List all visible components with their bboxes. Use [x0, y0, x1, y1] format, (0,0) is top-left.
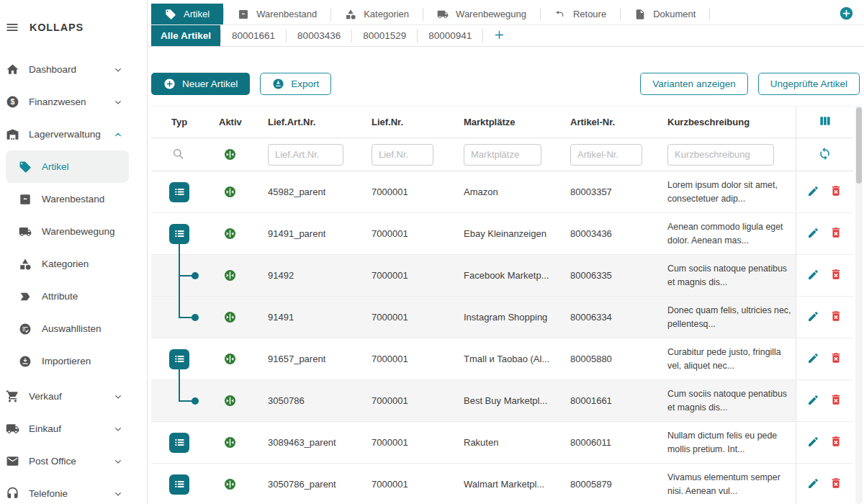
column-header-aktiv[interactable]: Aktiv — [209, 117, 253, 127]
sidebar-item-importieren[interactable]: Importieren — [0, 345, 147, 377]
parent-type-icon[interactable] — [169, 433, 189, 453]
sidebar: KOLLAPS Dashboard$FinanzwesenLagerverwal… — [0, 0, 148, 504]
edit-row-button[interactable] — [806, 434, 821, 451]
sidebar-item-finanzwesen[interactable]: $Finanzwesen — [0, 86, 147, 118]
download-circle-icon — [272, 78, 284, 90]
artikel-nr-cell: 80006335 — [556, 255, 653, 296]
importieren-icon — [18, 355, 32, 368]
artikel-nr-cell: 80006334 — [556, 297, 653, 338]
edit-row-button[interactable] — [806, 309, 821, 326]
refresh-button[interactable] — [816, 145, 833, 164]
column-header-typ[interactable]: Typ — [151, 117, 209, 127]
parent-type-icon[interactable] — [169, 182, 189, 202]
sidebar-item-label: Dashboard — [29, 64, 76, 75]
delete-row-button[interactable] — [828, 475, 844, 493]
export-button[interactable]: Export — [260, 73, 331, 95]
column-header-marktpl-tze[interactable]: Marktplätze — [449, 117, 556, 127]
subtab-80001661[interactable]: 80001661 — [221, 25, 286, 46]
search-icon — [171, 147, 185, 163]
telefonie-icon — [5, 487, 19, 500]
delete-row-button[interactable] — [828, 392, 844, 410]
subtab-80000941[interactable]: 80000941 — [418, 25, 482, 46]
toolbar: Neuer Artikel Export Varianten anzeigen … — [151, 73, 860, 95]
new-article-button[interactable]: Neuer Artikel — [151, 73, 250, 95]
delete-row-button[interactable] — [828, 350, 844, 368]
artikel-nr-cell: 80003357 — [556, 171, 653, 212]
lief-nr-cell: 7000001 — [357, 380, 449, 421]
subtab-alle-artikel[interactable]: Alle Artikel — [151, 25, 220, 46]
refresh-icon — [818, 147, 832, 163]
parent-type-icon[interactable] — [169, 474, 189, 495]
tab-warenbewegung[interactable]: Warenbewegung — [423, 4, 540, 24]
aktiv-indicator[interactable] — [223, 227, 237, 240]
column-header-kurzbeschreibung[interactable]: Kurzbeschreibung — [653, 117, 796, 127]
unchecked-articles-button[interactable]: Ungeprüfte Artikel — [758, 73, 860, 95]
tab-retoure[interactable]: Retoure — [541, 4, 620, 24]
tab-warenbestand[interactable]: Warenbestand — [224, 4, 330, 24]
sidebar-item-verkauf[interactable]: Verkauf — [0, 380, 147, 413]
aktiv-indicator[interactable] — [223, 185, 237, 199]
aktiv-filter-toggle[interactable] — [223, 148, 237, 161]
aktiv-indicator[interactable] — [223, 310, 237, 324]
pencil-icon — [807, 394, 819, 408]
add-tab-button[interactable] — [836, 4, 857, 24]
sidebar-item-lagerverwaltung[interactable]: Lagerverwaltung — [0, 118, 147, 150]
aktiv-cell — [209, 380, 253, 421]
table-row: 914927000001Facebook Marketp...80006335C… — [151, 255, 853, 297]
aktiv-indicator[interactable] — [223, 352, 237, 366]
subtab-80001529[interactable]: 80001529 — [352, 25, 417, 46]
edit-row-button[interactable] — [806, 392, 821, 410]
delete-row-button[interactable] — [828, 266, 844, 284]
parent-type-icon[interactable] — [169, 349, 189, 369]
column-header-lief-art-nr[interactable]: Lief.Art.Nr. — [253, 117, 357, 127]
subtab-80003436[interactable]: 80003436 — [287, 25, 351, 46]
sidebar-item-auswahllisten[interactable]: Auswahllisten — [0, 312, 147, 345]
aktiv-indicator[interactable] — [223, 436, 237, 449]
columns-settings-button[interactable] — [816, 112, 834, 132]
lief-art-nr-cell: 3050786 — [253, 380, 357, 421]
sidebar-item-dashboard[interactable]: Dashboard — [0, 53, 147, 86]
menu-icon[interactable] — [5, 20, 19, 35]
sidebar-item-attribute[interactable]: Attribute — [0, 280, 147, 312]
sidebar-item-post-office[interactable]: Post Office — [0, 445, 147, 477]
edit-row-button[interactable] — [806, 476, 821, 493]
column-header-lief-nr[interactable]: Lief.Nr. — [357, 117, 449, 127]
sidebar-item-einkauf[interactable]: Einkauf — [0, 413, 147, 445]
articles-table: TypAktivLief.Art.Nr.Lief.Nr.MarktplätzeA… — [151, 106, 853, 504]
delete-row-button[interactable] — [828, 225, 844, 243]
filter-artikel-nr-input[interactable] — [570, 144, 642, 166]
delete-row-button[interactable] — [828, 308, 844, 326]
delete-row-button[interactable] — [828, 433, 844, 451]
aktiv-indicator[interactable] — [223, 269, 237, 282]
edit-row-button[interactable] — [806, 225, 821, 243]
edit-row-button[interactable] — [806, 184, 821, 201]
pencil-icon — [807, 477, 819, 492]
tab-kategorien[interactable]: Kategorien — [331, 4, 423, 24]
marktplatz-cell: Amazon — [449, 171, 556, 212]
show-variants-button[interactable]: Varianten anzeigen — [640, 73, 747, 95]
add-subtab-button[interactable] — [483, 25, 516, 46]
scrollbar-thumb[interactable] — [856, 107, 862, 184]
verkauf-icon — [5, 390, 19, 403]
filter-kurzbeschreibung-input[interactable] — [667, 144, 774, 166]
edit-row-button[interactable] — [806, 351, 821, 368]
filter-lief-nr-input[interactable] — [372, 144, 433, 166]
tab-artikel[interactable]: Artikel — [151, 4, 223, 24]
aktiv-indicator[interactable] — [223, 477, 237, 491]
sidebar-item-artikel[interactable]: Artikel — [6, 150, 129, 183]
column-header-artikel-nr[interactable]: Artikel-Nr. — [556, 117, 653, 127]
sidebar-item-warenbestand[interactable]: Warenbestand — [0, 183, 147, 215]
table-row: 30507867000001Best Buy Marketpl...800016… — [151, 380, 853, 422]
tab-dokument[interactable]: Dokument — [621, 4, 709, 24]
aktiv-indicator[interactable] — [223, 394, 237, 408]
delete-row-button[interactable] — [828, 183, 844, 201]
edit-row-button[interactable] — [806, 267, 821, 284]
filter-lief-art-nr-input[interactable] — [268, 144, 343, 166]
sidebar-item-label: Lagerverwaltung — [29, 129, 101, 140]
parent-type-icon[interactable] — [169, 224, 189, 244]
sidebar-item-kategorien[interactable]: Kategorien — [0, 248, 147, 280]
sidebar-item-warenbewegung[interactable]: Warenbewegung — [0, 215, 147, 248]
sidebar-item-telefonie[interactable]: Telefonie — [0, 477, 147, 504]
filter-actions-cell — [796, 138, 853, 171]
filter-marktpl-tze-input[interactable] — [464, 144, 541, 166]
